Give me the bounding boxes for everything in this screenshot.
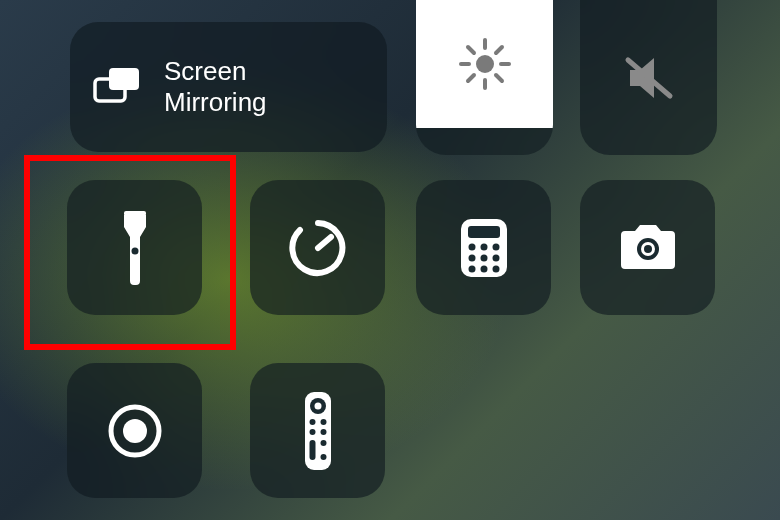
svg-point-37 [320, 429, 326, 435]
svg-point-28 [644, 245, 652, 253]
svg-point-40 [320, 454, 326, 460]
screen-record-button[interactable] [67, 363, 202, 498]
screen-mirroring-tile[interactable]: Screen Mirroring [70, 22, 387, 152]
svg-point-24 [480, 265, 487, 272]
screen-mirroring-label: Screen Mirroring [164, 56, 267, 118]
timer-button[interactable] [250, 180, 385, 315]
svg-line-14 [318, 237, 331, 248]
timer-icon [287, 217, 349, 279]
svg-line-9 [468, 75, 474, 81]
svg-point-13 [131, 247, 138, 254]
svg-rect-38 [309, 440, 315, 460]
volume-slider[interactable] [580, 0, 717, 155]
svg-point-20 [468, 254, 475, 261]
svg-point-30 [123, 419, 147, 443]
apple-tv-remote-button[interactable] [250, 363, 385, 498]
svg-point-18 [480, 243, 487, 250]
svg-point-25 [492, 265, 499, 272]
record-icon [105, 401, 165, 461]
svg-point-21 [480, 254, 487, 261]
sun-icon [457, 36, 513, 92]
svg-point-36 [309, 429, 315, 435]
screen-mirroring-icon [92, 65, 144, 109]
camera-icon [615, 223, 681, 273]
mute-icon [620, 52, 678, 104]
svg-rect-16 [468, 226, 500, 238]
svg-point-39 [320, 440, 326, 446]
svg-rect-1 [109, 68, 139, 90]
svg-point-34 [309, 419, 315, 425]
calculator-icon [459, 217, 509, 279]
flashlight-button[interactable] [67, 180, 202, 315]
svg-point-19 [492, 243, 499, 250]
camera-button[interactable] [580, 180, 715, 315]
svg-point-33 [314, 402, 321, 409]
svg-line-10 [496, 47, 502, 53]
brightness-fill [416, 0, 553, 128]
svg-line-7 [468, 47, 474, 53]
svg-point-35 [320, 419, 326, 425]
svg-point-17 [468, 243, 475, 250]
svg-point-23 [468, 265, 475, 272]
svg-point-22 [492, 254, 499, 261]
svg-rect-12 [124, 211, 146, 216]
svg-point-2 [476, 55, 494, 73]
svg-line-8 [496, 75, 502, 81]
flashlight-icon [118, 209, 152, 287]
calculator-button[interactable] [416, 180, 551, 315]
brightness-slider[interactable] [416, 0, 553, 155]
remote-icon [303, 390, 333, 472]
